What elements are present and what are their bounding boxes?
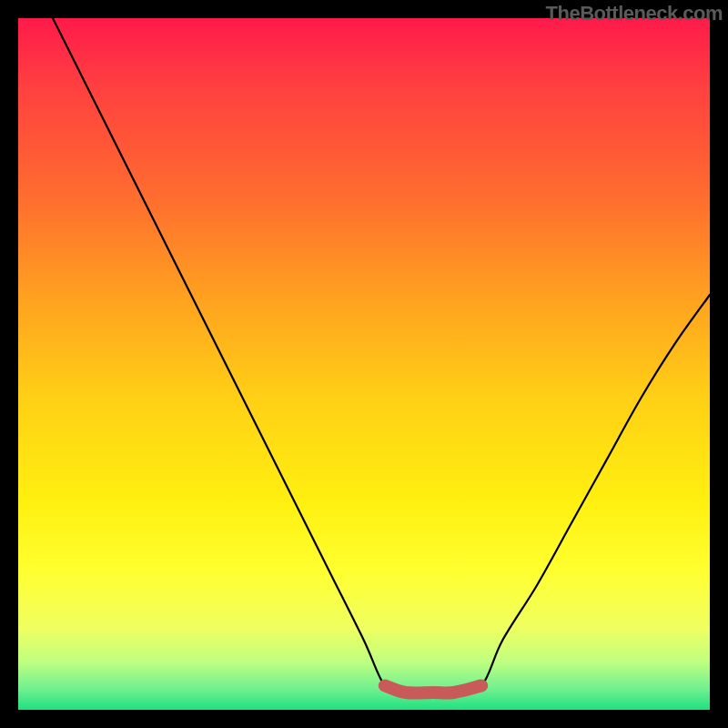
flat-zone-marker <box>385 685 481 693</box>
chart-frame: TheBottleneck.com <box>0 0 728 728</box>
curve-layer <box>18 18 710 710</box>
plot-area <box>18 18 710 710</box>
watermark-text: TheBottleneck.com <box>546 2 723 25</box>
bottleneck-curve <box>53 18 710 693</box>
